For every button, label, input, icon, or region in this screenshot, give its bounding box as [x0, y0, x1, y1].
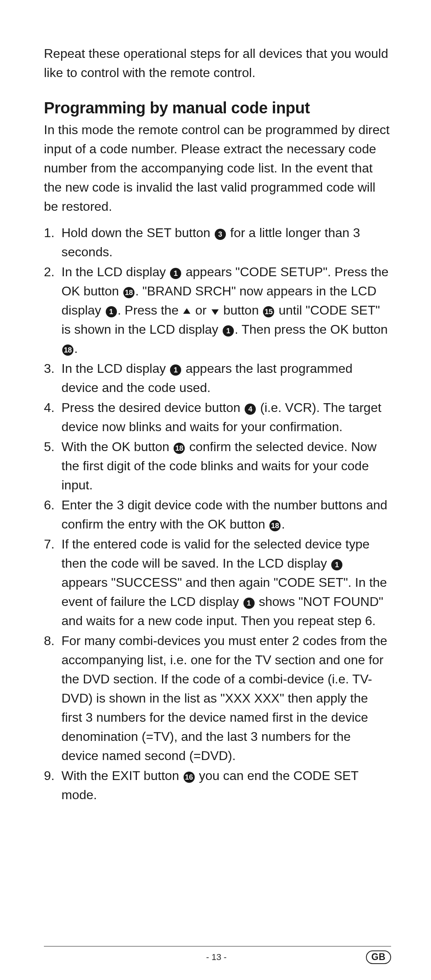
step-text: In the LCD display [61, 361, 169, 376]
step-text: With the EXIT button [61, 768, 183, 783]
circled-ref-icon: 18 [269, 520, 281, 531]
section-heading: Programming by manual code input [44, 99, 391, 117]
step-text: Enter the 3 digit device code with the n… [61, 498, 388, 531]
circled-ref-icon: 1 [170, 364, 181, 376]
step-item: In the LCD display 1 appears "CODE SETUP… [61, 262, 391, 358]
circled-ref-icon: 1 [106, 306, 117, 317]
step-text: With the OK button [61, 440, 173, 454]
step-text: Hold down the SET button [61, 226, 214, 240]
intro-paragraph-2: In this mode the remote control can be p… [44, 120, 391, 216]
footer-rule [44, 946, 391, 946]
circled-ref-icon: 16 [184, 772, 195, 783]
circled-ref-icon: 3 [215, 229, 226, 240]
intro-paragraph: Repeat these operational steps for all d… [44, 44, 391, 82]
triangle-down-icon [212, 309, 219, 315]
step-text: button [220, 303, 263, 317]
step-item: In the LCD display 1 appears the last pr… [61, 359, 391, 397]
region-badge: GB [366, 950, 391, 964]
circled-ref-icon: 18 [123, 287, 134, 298]
step-text: . [281, 517, 285, 531]
circled-ref-icon: 1 [170, 268, 181, 279]
step-text: For many combi-devices you must enter 2 … [61, 634, 387, 763]
footer-row: - 13 - GB [44, 950, 391, 964]
circled-ref-icon: 18 [174, 443, 185, 454]
step-text: . [74, 341, 78, 356]
page-number: - 13 - [67, 952, 366, 962]
step-text: . Then press the OK button [235, 322, 388, 337]
step-text: or [192, 303, 210, 317]
steps-list: Hold down the SET button 3 for a little … [44, 223, 391, 804]
step-item: If the entered code is valid for the sel… [61, 535, 391, 630]
step-text: . Press the [118, 303, 182, 317]
step-item: With the EXIT button 16 you can end the … [61, 766, 391, 804]
triangle-up-icon [183, 308, 190, 314]
page-footer: - 13 - GB [44, 946, 391, 964]
step-item: With the OK button 18 confirm the select… [61, 437, 391, 495]
step-item: Hold down the SET button 3 for a little … [61, 223, 391, 261]
circled-ref-icon: 1 [243, 598, 255, 609]
circled-ref-icon: 1 [223, 325, 234, 337]
circled-ref-icon: 1 [331, 559, 342, 570]
step-item: For many combi-devices you must enter 2 … [61, 631, 391, 765]
step-text: In the LCD display [61, 265, 169, 279]
step-item: Press the desired device button 4 (i.e. … [61, 398, 391, 436]
circled-ref-icon: 15 [263, 306, 274, 317]
step-text: Press the desired device button [61, 400, 244, 415]
circled-ref-icon: 4 [245, 404, 256, 415]
step-item: Enter the 3 digit device code with the n… [61, 495, 391, 534]
step-text: If the entered code is valid for the sel… [61, 537, 370, 570]
circled-ref-icon: 18 [62, 344, 73, 356]
